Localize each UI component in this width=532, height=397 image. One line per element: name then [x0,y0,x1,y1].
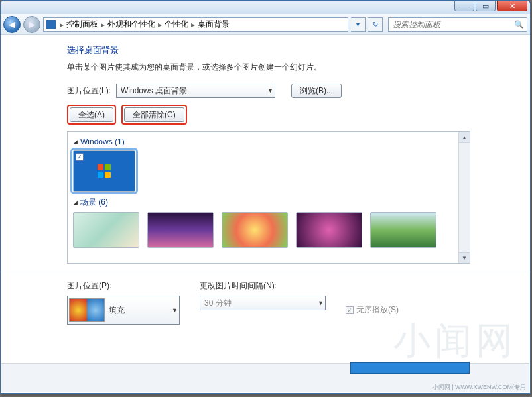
control-panel-icon [46,20,56,29]
wallpaper-gallery: ▲ ▼ ◢ Windows (1) ✓ ◢ 场景 (6) [67,131,470,264]
location-combo[interactable]: Windows 桌面背景 ▼ [116,84,275,98]
search-icon[interactable]: 🔍 [514,20,524,29]
chevron-down-icon: ▼ [172,307,178,313]
bottom-options: 图片位置(P): 填充 ▼ 更改图片时间间隔(N): 30 分钟 ▼ ✓ 无序播… [67,280,470,330]
breadcrumb-sep: ▸ [157,20,163,29]
breadcrumb-sep: ▸ [100,20,106,29]
browse-button[interactable]: 浏览(B)... [291,84,342,98]
collapse-icon: ◢ [73,199,78,206]
wallpaper-thumb-windows[interactable]: ✓ [73,150,135,192]
wallpaper-thumb-scene[interactable] [370,212,436,248]
search-box[interactable]: 🔍 [388,17,527,32]
navbar: ◀ ▶ ▸ 控制面板 ▸ 外观和个性化 ▸ 个性化 ▸ 桌面背景 ▾ ↻ 🔍 [1,14,530,35]
page-title: 选择桌面背景 [67,44,470,56]
select-all-button[interactable]: 全选(A) [70,107,113,122]
highlight-clear-all: 全部清除(C) [121,105,187,125]
back-button[interactable]: ◀ [3,16,21,33]
address-dropdown[interactable]: ▾ [351,17,366,32]
wallpaper-thumb-scene[interactable] [222,212,288,248]
interval-col: 更改图片时间间隔(N): 30 分钟 ▼ [200,280,326,325]
breadcrumb[interactable]: 外观和个性化 [107,19,155,30]
location-label: 图片位置(L): [67,85,111,97]
select-row: 全选(A) 全部清除(C) [67,105,470,125]
breadcrumb[interactable]: 个性化 [165,19,188,30]
position-combo[interactable]: 填充 ▼ [67,296,180,325]
position-value: 填充 [109,305,125,316]
position-preview-icon [69,298,105,322]
close-button[interactable]: ✕ [497,1,527,11]
scrollbar[interactable]: ▲ ▼ [458,132,470,263]
content-area: 选择桌面背景 单击某个图片使其成为您的桌面背景，或选择多个图片创建一个幻灯片。 … [1,35,530,330]
titlebar: — ▭ ✕ [1,1,530,14]
breadcrumb-sep: ▸ [190,20,196,29]
thumb-row: ✓ [73,150,464,192]
collapse-icon: ◢ [73,139,78,145]
windows-logo-icon [98,164,112,179]
page-subtext: 单击某个图片使其成为您的桌面背景，或选择多个图片创建一个幻灯片。 [67,62,470,73]
scroll-up-icon[interactable]: ▲ [459,132,470,143]
address-bar[interactable]: ▸ 控制面板 ▸ 外观和个性化 ▸ 个性化 ▸ 桌面背景 [43,17,348,32]
group-label: Windows (1) [80,137,125,146]
interval-label: 更改图片时间间隔(N): [200,280,326,292]
group-label: 场景 (6) [80,197,108,208]
group-scenes[interactable]: ◢ 场景 (6) [73,197,464,208]
watermark-small: 小闻网 | WWW.XWENW.COM(专用 [432,383,526,392]
thumb-checkbox[interactable]: ✓ [76,153,84,161]
shuffle-checkbox[interactable]: ✓ [346,306,354,314]
interval-combo[interactable]: 30 分钟 ▼ [200,296,326,310]
shuffle-option: ✓ 无序播放(S) [346,295,399,325]
position-col: 图片位置(P): 填充 ▼ [67,280,180,325]
thumb-row [73,212,464,248]
wallpaper-thumb-scene[interactable] [147,212,214,248]
highlight-select-all: 全选(A) [67,105,116,125]
wallpaper-thumb-scene[interactable] [73,212,139,248]
refresh-button[interactable]: ↻ [368,17,383,32]
minimize-button[interactable]: — [454,1,474,11]
interval-value: 30 分钟 [204,298,232,309]
position-label: 图片位置(P): [67,280,180,292]
chevron-down-icon: ▼ [267,87,273,94]
maximize-button[interactable]: ▭ [476,1,496,11]
breadcrumb[interactable]: 桌面背景 [198,19,230,30]
window: — ▭ ✕ ◀ ▶ ▸ 控制面板 ▸ 外观和个性化 ▸ 个性化 ▸ 桌面背景 ▾… [0,0,531,394]
selection-overlay [350,362,470,374]
breadcrumb-sep: ▸ [58,20,65,29]
location-row: 图片位置(L): Windows 桌面背景 ▼ 浏览(B)... [67,84,470,98]
breadcrumb[interactable]: 控制面板 [66,19,98,30]
shuffle-label: 无序播放(S) [356,304,399,315]
wallpaper-thumb-scene[interactable] [296,212,362,248]
group-windows[interactable]: ◢ Windows (1) [73,137,464,146]
chevron-down-icon: ▼ [318,300,324,306]
location-value: Windows 桌面背景 [121,85,187,97]
divider [1,272,530,272]
scroll-down-icon[interactable]: ▼ [459,252,470,263]
search-input[interactable] [391,19,514,30]
clear-all-button[interactable]: 全部清除(C) [124,107,184,122]
forward-button[interactable]: ▶ [23,16,40,33]
